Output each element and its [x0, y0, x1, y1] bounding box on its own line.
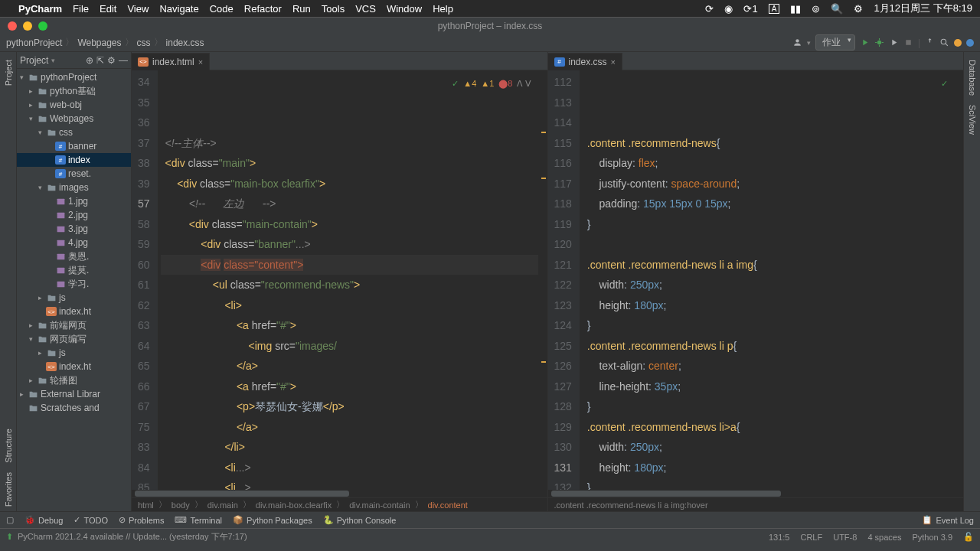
- search-everywhere-icon[interactable]: [939, 37, 949, 47]
- menu-file[interactable]: File: [73, 3, 89, 15]
- menu-edit[interactable]: Edit: [100, 3, 116, 15]
- tree-item[interactable]: ▾Webpages: [17, 112, 131, 126]
- stop-icon[interactable]: [903, 37, 913, 47]
- run-config-dropdown[interactable]: 作业: [815, 34, 855, 51]
- caret-position[interactable]: 131:5: [769, 533, 790, 542]
- editor-breadcrumb[interactable]: .content .recommend-news li a img:hover: [548, 497, 964, 511]
- terminal-tool-button[interactable]: ⌨ Terminal: [175, 515, 222, 525]
- project-tree[interactable]: ▾pythonProject▸python基础▸web-obj▾Webpages…: [17, 69, 131, 511]
- code-editor-html[interactable]: ✓ ▲4 ▲1 ⬤8 ᐱ ᐯ <!--主体--><div class="main…: [158, 70, 538, 490]
- tree-item[interactable]: ▸前端网页: [17, 318, 131, 332]
- more-run-icon[interactable]: [889, 37, 899, 47]
- marker-rail[interactable]: [954, 70, 963, 490]
- tree-item[interactable]: 3.jpg: [17, 222, 131, 236]
- sync-icon[interactable]: ⟳: [705, 3, 714, 15]
- expand-icon[interactable]: ⊕: [86, 55, 93, 66]
- tree-item[interactable]: <>index.ht: [17, 305, 131, 318]
- interpreter-info[interactable]: Python 3.9: [912, 533, 952, 542]
- tree-item[interactable]: 2.jpg: [17, 208, 131, 222]
- inspection-widget[interactable]: ✓ ▲4 ▲1 ⬤8 ᐱ ᐯ: [452, 73, 531, 94]
- collapse-icon[interactable]: ⇱: [96, 55, 104, 66]
- marker-rail[interactable]: [538, 70, 547, 490]
- tab-index-css[interactable]: #index.css×: [548, 53, 622, 70]
- tree-item[interactable]: 4.jpg: [17, 236, 131, 249]
- tree-item[interactable]: ▸js: [17, 291, 131, 305]
- close-button[interactable]: [8, 21, 17, 31]
- ide-indicator-icon[interactable]: [954, 39, 962, 47]
- tree-item[interactable]: #index: [17, 153, 131, 167]
- problems-tool-button[interactable]: ⊘ Problems: [119, 515, 164, 525]
- menu-help[interactable]: Help: [433, 3, 453, 15]
- tree-item[interactable]: ▸web-obj: [17, 98, 131, 112]
- tree-item[interactable]: 学习.: [17, 277, 131, 291]
- breadcrumb[interactable]: Webpages: [77, 37, 121, 48]
- tool-window-quick-access-icon[interactable]: ▢: [6, 515, 14, 525]
- ide-indicator-icon[interactable]: [966, 39, 974, 47]
- menu-tools[interactable]: Tools: [322, 3, 345, 15]
- inspection-widget[interactable]: ✓: [941, 73, 948, 94]
- todo-tool-button[interactable]: ✓ TODO: [74, 515, 108, 525]
- wifi-icon[interactable]: ⊚: [812, 3, 820, 15]
- h-scrollbar[interactable]: [132, 490, 547, 497]
- menu-run[interactable]: Run: [292, 3, 311, 15]
- tab-index-html[interactable]: <>index.html×: [132, 53, 210, 70]
- tree-item[interactable]: ▾网页编写: [17, 332, 131, 346]
- maximize-button[interactable]: [38, 21, 47, 31]
- user-icon[interactable]: [792, 37, 802, 47]
- debug-icon[interactable]: [874, 37, 884, 47]
- breadcrumb[interactable]: pythonProject: [6, 37, 62, 48]
- h-scrollbar[interactable]: [548, 490, 964, 497]
- structure-tool-button[interactable]: Structure: [4, 429, 13, 463]
- tree-item[interactable]: Scratches and: [17, 401, 131, 415]
- breadcrumb[interactable]: index.css: [166, 37, 204, 48]
- app-name[interactable]: PyCharm: [18, 3, 62, 15]
- hide-icon[interactable]: —: [119, 55, 128, 66]
- indent-info[interactable]: 4 spaces: [867, 533, 901, 542]
- project-tool-button[interactable]: Project: [4, 60, 13, 86]
- breadcrumb[interactable]: css: [137, 37, 151, 48]
- python-console-tool-button[interactable]: 🐍 Python Console: [323, 515, 397, 525]
- lock-icon[interactable]: 🔓: [963, 532, 974, 542]
- tree-item[interactable]: ▸python基础: [17, 84, 131, 98]
- close-icon[interactable]: ×: [611, 57, 616, 67]
- tree-item[interactable]: #banner: [17, 139, 131, 153]
- editor-breadcrumb[interactable]: html〉 body〉 div.main〉 div.main-box.clear…: [132, 497, 547, 511]
- database-tool-button[interactable]: Database: [968, 60, 977, 96]
- tree-item[interactable]: ▾pythonProject: [17, 70, 131, 84]
- minimize-button[interactable]: [23, 21, 32, 31]
- tree-item[interactable]: ▾css: [17, 126, 131, 139]
- tree-item[interactable]: ▸轮播图: [17, 373, 131, 387]
- menu-view[interactable]: View: [127, 3, 149, 15]
- close-icon[interactable]: ×: [198, 57, 203, 67]
- menu-vcs[interactable]: VCS: [355, 3, 376, 15]
- menu-window[interactable]: Window: [387, 3, 422, 15]
- debug-tool-button[interactable]: 🐞 Debug: [24, 515, 63, 525]
- search-icon[interactable]: 🔍: [831, 3, 843, 15]
- tree-item[interactable]: 奥恩.: [17, 249, 131, 263]
- updates-icon[interactable]: ⟳1: [743, 3, 757, 15]
- tree-item[interactable]: ▾images: [17, 181, 131, 194]
- menu-refactor[interactable]: Refactor: [244, 3, 282, 15]
- battery-icon[interactable]: ▮▮: [790, 3, 801, 15]
- tree-item[interactable]: #reset.: [17, 167, 131, 181]
- settings-icon[interactable]: ⚙: [107, 55, 116, 66]
- code-editor-css[interactable]: ✓ .content .recommend-news{ display: fle…: [580, 70, 954, 490]
- tree-item[interactable]: 提莫.: [17, 263, 131, 277]
- status-message[interactable]: PyCharm 2021.2.4 available // Update... …: [18, 531, 247, 543]
- file-encoding[interactable]: UTF-8: [833, 533, 857, 542]
- record-icon[interactable]: ◉: [724, 3, 733, 15]
- menu-code[interactable]: Code: [210, 3, 234, 15]
- fn-indicator[interactable]: A: [769, 4, 780, 14]
- clock[interactable]: 1月12日周三 下午8:19: [874, 2, 972, 15]
- update-notification-icon[interactable]: ⬆: [6, 532, 13, 542]
- event-log-button[interactable]: 📋 Event Log: [922, 515, 974, 525]
- tree-item[interactable]: 1.jpg: [17, 194, 131, 208]
- control-center-icon[interactable]: ⚙: [854, 3, 863, 15]
- menu-navigate[interactable]: Navigate: [159, 3, 198, 15]
- run-icon[interactable]: [860, 37, 870, 47]
- favorites-tool-button[interactable]: Favorites: [4, 472, 13, 507]
- git-update-icon[interactable]: [925, 37, 935, 47]
- tree-item[interactable]: ▸External Librar: [17, 387, 131, 401]
- line-separator[interactable]: CRLF: [800, 533, 822, 542]
- python-packages-tool-button[interactable]: 📦 Python Packages: [233, 515, 312, 525]
